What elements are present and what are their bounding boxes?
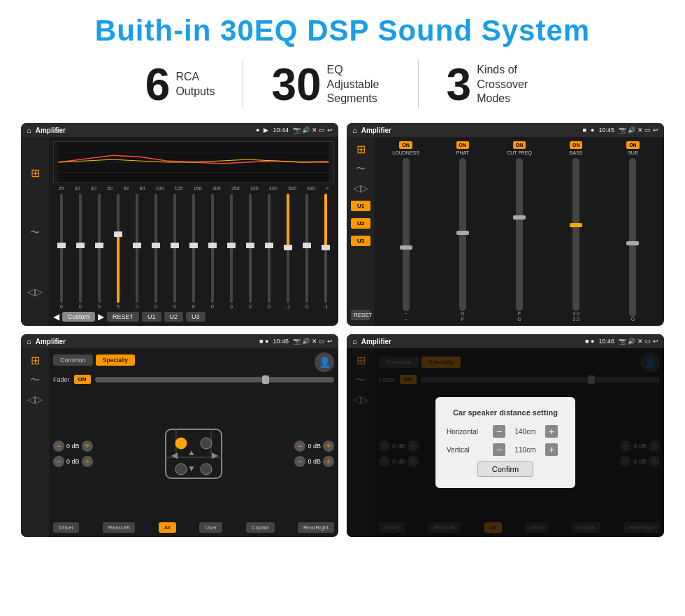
vol-rl-minus[interactable]: − [53,456,64,467]
mixer-u2-sidebar[interactable]: U2 [351,218,370,229]
svg-point-10 [201,438,212,449]
eq-reset-btn[interactable]: RESET [107,312,139,322]
all-btn[interactable]: All [159,522,176,533]
loudness-on-btn[interactable]: ON [399,141,412,149]
mixer-wave-icon[interactable]: 〜 [356,163,366,176]
svg-point-12 [201,464,212,475]
vol-fl-plus[interactable]: + [82,440,93,452]
vol-fl-value: 0 dB [66,443,80,450]
bass-values: 3.03.0 [572,311,579,322]
horizontal-plus[interactable]: + [545,425,558,438]
screen4-time: 10:46 [598,338,614,345]
eq-freq-labels: 25 32 40 50 63 80 100 125 160 200 250 32… [53,186,334,191]
user-btn[interactable]: User [199,522,222,533]
vol-rr: − 0 dB + [294,456,334,467]
freq-100: 100 [156,186,164,191]
screen2-dot2: ● [591,127,594,134]
eq-bottom: ◀ Custom ▶ RESET U1 U2 U3 [53,312,334,322]
home-icon-3[interactable]: ⌂ [27,337,31,345]
copilot-btn[interactable]: Copilot [246,522,275,533]
eq-slider-4: 0 [129,194,145,309]
screen2-dot1: ■ [583,127,586,134]
phat-on-btn[interactable]: ON [456,141,470,149]
speaker-bottom-btns: Driver RearLeft All User Copilot RearRig… [53,522,334,533]
horizontal-label: Horizontal [447,428,489,436]
home-icon-2[interactable]: ⌂ [352,126,357,134]
phat-label: PHAT [456,150,469,155]
rearleft-btn[interactable]: RearLeft [103,522,136,533]
eq-icon[interactable]: ⊞ [31,166,40,180]
stat-number-crossover: 3 [447,62,472,107]
vol-fl-minus[interactable]: − [53,440,64,452]
sub-label: SUB [628,150,637,155]
cutfreq-on-btn[interactable]: ON [513,141,526,149]
spk-wave-icon[interactable]: 〜 [30,374,40,387]
screen2-title: Amplifier [361,127,579,134]
common-tab[interactable]: Common [53,354,93,366]
eq-u2-btn[interactable]: U2 [164,312,184,322]
stats-row: 6 RCAOutputs 30 EQ AdjustableSegments 3 … [21,60,664,109]
spk-vol-icon[interactable]: ◁▷ [27,394,43,405]
vol-fr-minus[interactable]: − [294,440,305,452]
eq-slider-6: 0 [166,194,183,309]
mixer-sidebar: ⊞ 〜 ◁▷ U1 U2 U3 RESET [347,137,375,326]
speaker-tabs: Common Specialty [53,354,135,366]
stat-number-eq: 30 [271,62,321,107]
fader-slider[interactable] [95,377,334,382]
mixer-eq-icon[interactable]: ⊞ [356,143,366,156]
eq-u3-btn[interactable]: U3 [186,312,206,322]
freq-50: 50 [107,186,113,191]
freq-40: 40 [91,186,96,191]
vol-rl-plus[interactable]: + [82,456,93,467]
stat-rca: 6 RCAOutputs [117,62,243,107]
home-icon-4[interactable]: ⌂ [352,337,357,345]
person-icon: 👤 [315,352,334,372]
confirm-button[interactable]: Confirm [477,461,534,477]
fader-on-btn[interactable]: ON [74,375,91,384]
freq-63: 63 [123,186,129,191]
vol-rr-plus[interactable]: + [323,456,334,467]
spk-eq-icon[interactable]: ⊞ [31,354,40,367]
eq-graph [53,141,334,183]
screen1-title: Amplifier [36,127,252,134]
vertical-plus[interactable]: + [545,443,558,456]
vertical-minus[interactable]: − [493,443,505,456]
fader-handle[interactable] [262,375,269,384]
distance-dialog: Car speaker distance setting Horizontal … [435,397,575,488]
phat-values: GF [461,311,464,322]
eq-slider-7: 0 [185,194,202,309]
speaker-main: Common Specialty 👤 Fader ON [49,348,338,537]
mixer-u1-sidebar[interactable]: U1 [351,201,370,211]
screen1-play: ▶ [264,127,268,134]
mixer-u3-sidebar[interactable]: U3 [351,236,370,246]
freq-320: 320 [250,186,259,191]
sub-on-btn[interactable]: ON [626,141,640,149]
eq-prev-btn[interactable]: ◀ [53,312,59,322]
screen-eq: ⌂ Amplifier ● ▶ 10:44 📷 🔊 ✕ ▭ ↩ ⊞ 〜 ◁▷ [21,123,338,326]
freq-630: 630 [307,186,315,191]
vol-icon[interactable]: ◁▷ [27,286,43,297]
vol-fr-plus[interactable]: + [323,440,334,452]
mixer-vol-icon[interactable]: ◁▷ [353,182,368,194]
vol-fl: − 0 dB + [53,440,93,452]
specialty-tab[interactable]: Specialty [96,354,136,366]
vol-fr: − 0 dB + [294,440,334,452]
vol-rr-minus[interactable]: − [294,456,305,467]
eq-slider-0: 0 [53,194,70,309]
driver-btn[interactable]: Driver [53,522,79,533]
screen-distance: ⌂ Amplifier ■ ● 10:46 📷 🔊 ✕ ▭ ↩ ⊞ 〜 ◁▷ C… [347,334,664,537]
wave-icon[interactable]: 〜 [30,227,40,239]
mixer-reset-sidebar[interactable]: RESET [351,310,370,320]
rearright-btn[interactable]: RearRight [298,522,334,533]
home-icon-1[interactable]: ⌂ [27,126,31,134]
screen3-dot: ■ ● [259,338,268,345]
screen-speaker: ⌂ Amplifier ■ ● 10:46 📷 🔊 ✕ ▭ ↩ ⊞ 〜 ◁▷ C… [21,334,338,537]
eq-next-btn[interactable]: ▶ [98,312,104,322]
eq-custom-btn[interactable]: Custom [62,312,95,322]
bass-on-btn[interactable]: ON [570,141,583,149]
horizontal-minus[interactable]: − [493,425,505,438]
screen4-dot: ■ ● [585,338,594,345]
eq-u1-btn[interactable]: U1 [142,312,161,322]
vertical-row: Vertical − 110cm + [447,443,564,456]
freq-25: 25 [59,186,64,191]
